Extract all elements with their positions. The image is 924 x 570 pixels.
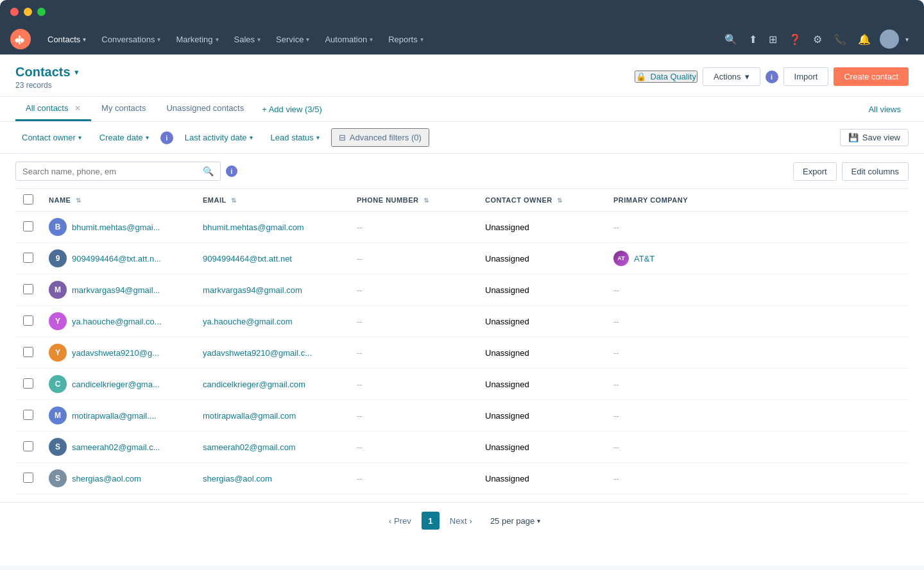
contact-company-cell: -- (606, 274, 909, 306)
contact-email-link[interactable]: markvargas94@gmail.com (203, 285, 302, 295)
contact-name-link[interactable]: motirapwalla@gmail.... (72, 411, 157, 421)
notifications-icon[interactable]: 🔔 (853, 29, 876, 49)
last-activity-chevron-icon: ▾ (250, 134, 253, 141)
contact-company-cell: -- (606, 400, 909, 432)
tab-unassigned-contacts[interactable]: Unassigned contacts (156, 97, 254, 121)
current-page-number[interactable]: 1 (422, 512, 440, 530)
row-select-checkbox[interactable] (23, 315, 33, 326)
search-icon[interactable]: 🔍 (719, 29, 742, 49)
company-name-link[interactable]: AT&T (634, 254, 654, 264)
email-sort-icon[interactable]: ⇅ (231, 197, 237, 204)
contact-email-cell: candicelkrieger@gmail.com (195, 369, 349, 400)
export-button[interactable]: Export (793, 162, 837, 181)
row-select-checkbox[interactable] (23, 221, 33, 231)
contact-name-link[interactable]: sameerah02@gmail.c... (72, 442, 160, 452)
maximize-button[interactable] (37, 8, 46, 16)
contact-email-link[interactable]: shergias@aol.com (203, 474, 272, 483)
nav-service[interactable]: Service ▾ (270, 31, 316, 48)
row-select-checkbox[interactable] (23, 284, 33, 294)
contact-name-link[interactable]: ya.haouche@gmail.co... (72, 317, 162, 326)
contact-name-link[interactable]: shergias@aol.com (72, 474, 141, 483)
select-all-checkbox[interactable] (23, 194, 33, 205)
contact-name-link[interactable]: bhumit.mehtas@gmai... (72, 222, 160, 232)
tab-all-contacts[interactable]: All contacts ✕ (15, 97, 91, 121)
contact-email-cell: shergias@aol.com (195, 463, 349, 494)
filter-create-date[interactable]: Create date ▾ (93, 130, 155, 146)
per-page-selector[interactable]: 25 per page ▾ (490, 516, 540, 526)
prev-page-button[interactable]: ‹ Prev (384, 514, 416, 528)
create-contact-button[interactable]: Create contact (834, 67, 909, 86)
name-sort-icon[interactable]: ⇅ (76, 197, 81, 204)
add-view-button[interactable]: + Add view (3/5) (254, 97, 330, 121)
filter-contact-owner[interactable]: Contact owner ▾ (15, 130, 88, 146)
contact-name-cell: Mmarkvargas94@gmail... (41, 274, 195, 306)
nav-conversations[interactable]: Conversations ▾ (95, 31, 167, 48)
contact-company-cell: -- (606, 463, 909, 494)
row-select-checkbox[interactable] (23, 347, 33, 357)
contacts-dropdown-icon[interactable]: ▾ (74, 67, 79, 77)
nav-sales[interactable]: Sales ▾ (228, 31, 268, 48)
table-row: Yya.haouche@gmail.co...ya.haouche@gmail.… (15, 306, 909, 337)
contact-name-cell: Yya.haouche@gmail.co... (41, 306, 195, 337)
search-input[interactable] (22, 167, 198, 176)
contact-email-link[interactable]: yadavshweta9210@gmail.c... (203, 348, 312, 358)
minimize-button[interactable] (24, 8, 32, 16)
contact-company-cell: -- (606, 432, 909, 463)
next-page-button[interactable]: Next › (445, 514, 477, 528)
company-value: -- (613, 222, 619, 232)
user-avatar[interactable] (880, 29, 899, 49)
tab-my-contacts[interactable]: My contacts (91, 97, 156, 121)
pagination: ‹ Prev 1 Next › 25 per page ▾ (0, 502, 924, 539)
advanced-filters-button[interactable]: ⊟ Advanced filters (0) (331, 128, 429, 147)
row-select-checkbox[interactable] (23, 473, 33, 483)
data-quality-button[interactable]: 🔒 Data Quality (635, 71, 697, 83)
phone-sort-icon[interactable]: ⇅ (424, 197, 429, 204)
nav-marketing[interactable]: Marketing ▾ (169, 31, 225, 48)
company-value: -- (613, 285, 619, 295)
upgrade-icon[interactable]: ⬆ (744, 29, 762, 49)
contact-email-link[interactable]: motirapwalla@gmail.com (203, 411, 296, 421)
nav-automation[interactable]: Automation ▾ (318, 31, 379, 48)
actions-button[interactable]: Actions ▾ (703, 67, 760, 86)
contact-email-link[interactable]: bhumit.mehtas@gmail.com (203, 222, 304, 232)
row-select-checkbox[interactable] (23, 441, 33, 451)
import-button[interactable]: Import (783, 67, 829, 86)
hubspot-logo[interactable] (10, 29, 31, 49)
filter-last-activity-date[interactable]: Last activity date ▾ (178, 130, 259, 146)
contact-name-link[interactable]: markvargas94@gmail... (72, 285, 160, 295)
close-button[interactable] (10, 8, 19, 16)
window-chrome (0, 0, 924, 24)
search-info-badge[interactable]: i (226, 165, 237, 177)
contact-name-cell: Bbhumit.mehtas@gmai... (41, 212, 195, 243)
contact-email-link[interactable]: ya.haouche@gmail.com (203, 317, 293, 326)
marketplace-icon[interactable]: ⊞ (764, 29, 782, 49)
row-select-checkbox[interactable] (23, 378, 33, 389)
tab-close-icon[interactable]: ✕ (74, 104, 81, 113)
nav-reports[interactable]: Reports ▾ (382, 31, 430, 48)
row-checkbox-cell (15, 337, 41, 369)
nav-contacts[interactable]: Contacts ▾ (41, 31, 92, 48)
account-chevron-icon[interactable]: ▾ (900, 32, 914, 47)
create-date-info-badge[interactable]: i (160, 131, 173, 144)
contact-name-link[interactable]: 9094994464@txt.att.n... (72, 254, 161, 264)
filter-lead-status[interactable]: Lead status ▾ (264, 130, 326, 146)
contact-email-link[interactable]: sameerah02@gmail.com (203, 442, 296, 452)
actions-info-badge[interactable]: i (766, 71, 778, 83)
contact-name-cell: Ssameerah02@gmail.c... (41, 432, 195, 463)
owner-sort-icon[interactable]: ⇅ (557, 197, 563, 204)
contact-email-link[interactable]: candicelkrieger@gmail.com (203, 380, 305, 389)
contact-email-link[interactable]: 9094994464@txt.att.net (203, 254, 292, 264)
edit-columns-button[interactable]: Edit columns (842, 162, 909, 181)
contact-name-link[interactable]: yadavshweta9210@g... (72, 348, 159, 358)
row-select-checkbox[interactable] (23, 253, 33, 263)
contact-avatar: Y (49, 312, 67, 330)
all-views-button[interactable]: All views (860, 98, 909, 121)
save-view-button[interactable]: 💾 Save view (840, 129, 909, 146)
phone-icon[interactable]: 📞 (828, 29, 851, 49)
help-icon[interactable]: ❓ (783, 29, 807, 49)
contact-name-link[interactable]: candicelkrieger@gma... (72, 380, 160, 389)
row-select-checkbox[interactable] (23, 410, 33, 420)
search-box[interactable]: 🔍 (15, 162, 221, 181)
settings-icon[interactable]: ⚙ (808, 29, 827, 49)
records-count: 23 records (15, 81, 635, 90)
